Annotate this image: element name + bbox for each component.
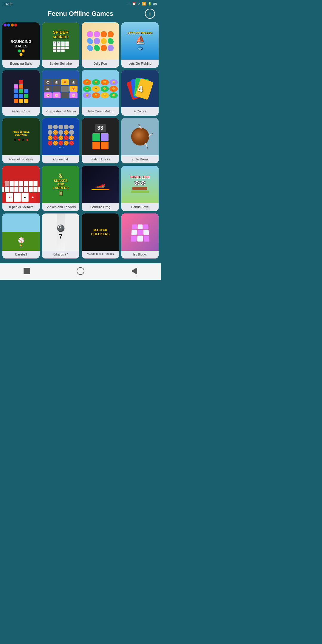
game-label-falling-cube: Falling Cube bbox=[2, 107, 40, 115]
game-thumbnail-falling-cube bbox=[2, 70, 40, 107]
game-label-jelly-pop: Jelly Pop bbox=[82, 60, 119, 68]
dot bbox=[7, 24, 10, 27]
game-label-knife-break: Knife Break bbox=[121, 155, 159, 163]
game-thumbnail-knife-break: 🔪 🔪 🔪 bbox=[121, 118, 159, 155]
game-card-puzzle-animal-mania[interactable]: 🐼 🐼 🦊 🐼 🐼 🦊 🐷 🐷 🐷 Puzzle Animal Mania bbox=[42, 70, 79, 115]
game-card-snakes-and-ladders[interactable]: 🐍 SNAKESANDLADDERS 🪜 Snakes and Ladders bbox=[42, 166, 79, 211]
game-thumbnail-bouncing-balls: BOUNCINGBALLS bbox=[2, 22, 40, 60]
game-label-baseball: Baseball bbox=[2, 251, 40, 258]
game-label-formula-drag: Formula Drag bbox=[82, 203, 119, 211]
game-card-spider-solitaire[interactable]: SPIDERsolitaire ♠ ♠ ♠ bbox=[42, 22, 79, 68]
game-thumbnail-billiards: 🎱 7 bbox=[42, 213, 79, 251]
nav-home-button[interactable] bbox=[76, 267, 85, 275]
game-label-sliding-bricks: Sliding Bricks bbox=[82, 155, 119, 163]
nav-back-icon bbox=[131, 267, 137, 275]
game-thumbnail-formula-drag: 🏎️ bbox=[82, 166, 119, 203]
game-label-master-checkers: MASTER CHECKERS bbox=[82, 251, 119, 258]
nav-square-button[interactable] bbox=[22, 267, 31, 275]
game-label-tripeaks-solitaire: Tripeaks Solitaire bbox=[2, 203, 40, 211]
game-thumbnail-snakes-and-ladders: 🐍 SNAKESANDLADDERS 🪜 bbox=[42, 166, 79, 203]
game-thumbnail-puzzle-animal-mania: 🐼 🐼 🦊 🐼 🐼 🦊 🐷 🐷 🐷 bbox=[42, 70, 79, 107]
game-label-connect-4: Connect 4 bbox=[42, 155, 79, 163]
game-card-iso-blocks[interactable]: Iso Blocks bbox=[121, 213, 159, 258]
game-card-sliding-bricks[interactable]: 33 Sliding Bricks bbox=[82, 118, 119, 163]
game-card-jelly-pop[interactable]: Jelly Pop bbox=[82, 22, 119, 68]
battery-level: 88 bbox=[153, 2, 157, 6]
game-card-connect-4[interactable]: '00:27 Connect 4 bbox=[42, 118, 79, 163]
status-bar: 16:05 ··· ⏰ ✕ 📶 🔋 88 bbox=[0, 0, 161, 7]
game-thumbnail-spider-solitaire: SPIDERsolitaire ♠ ♠ ♠ bbox=[42, 22, 79, 60]
dot bbox=[4, 24, 7, 27]
status-icons: ··· ⏰ ✕ 📶 🔋 88 bbox=[128, 2, 157, 6]
game-thumbnail-iso-blocks bbox=[121, 213, 159, 251]
game-label-4-colors: 4 Colors bbox=[121, 107, 159, 115]
game-label-jelly-crush-match: Jelly Crush Match bbox=[82, 107, 119, 115]
nav-back-button[interactable] bbox=[130, 267, 139, 275]
game-thumbnail-tripeaks-solitaire: ♥ ♠ ♣ bbox=[2, 166, 40, 203]
game-card-freecell-solitaire[interactable]: FREE 👑 CELLSOLITAIRE ♠ ♥ ♠ ♦ Freecell So… bbox=[2, 118, 40, 163]
nav-bar bbox=[0, 263, 161, 280]
game-card-baseball[interactable]: ⚾ 🏃 Baseball bbox=[2, 213, 40, 258]
dots-icon: ··· bbox=[128, 2, 131, 6]
game-label-lets-go-fishing: Lets Go Fishing bbox=[121, 60, 159, 68]
alarm-icon: ⏰ bbox=[132, 2, 136, 6]
game-card-panda-love[interactable]: PANDA LOVE 🐼🐼 Panda Love bbox=[121, 166, 159, 211]
wifi-icon: 📶 bbox=[142, 2, 146, 6]
game-card-billiards[interactable]: 🎱 7 Billiards 77 bbox=[42, 213, 79, 258]
game-label-panda-love: Panda Love bbox=[121, 203, 159, 211]
close-icon: ✕ bbox=[138, 2, 140, 6]
info-button[interactable]: i bbox=[145, 9, 155, 19]
game-label-iso-blocks: Iso Blocks bbox=[121, 251, 159, 258]
status-time: 16:05 bbox=[4, 2, 13, 6]
game-thumbnail-jelly-crush-match: 😊 😊 😊 😊 😊 😊 😊 😊 😊 😊 😊 😊 bbox=[82, 70, 119, 107]
game-label-freecell-solitaire: Freecell Solitaire bbox=[2, 155, 40, 163]
game-card-jelly-crush-match[interactable]: 😊 😊 😊 😊 😊 😊 😊 😊 😊 😊 😊 😊 Jelly Crush Matc… bbox=[82, 70, 119, 115]
game-card-tripeaks-solitaire[interactable]: ♥ ♠ ♣ Tripeaks Solitaire bbox=[2, 166, 40, 211]
dot bbox=[11, 24, 14, 27]
game-card-formula-drag[interactable]: 🏎️ Formula Drag bbox=[82, 166, 119, 211]
game-label-bouncing-balls: Bouncing Balls bbox=[2, 60, 40, 68]
game-label-billiards: Billiards 77 bbox=[42, 251, 79, 258]
game-card-4-colors[interactable]: 4 4 Colors bbox=[121, 70, 159, 115]
game-label-snakes-and-ladders: Snakes and Ladders bbox=[42, 203, 79, 211]
nav-home-icon bbox=[77, 267, 84, 275]
game-label-puzzle-animal-mania: Puzzle Animal Mania bbox=[42, 107, 79, 115]
game-card-lets-go-fishing[interactable]: LET'S GO FISHING! ⛵ 🐟 Lets Go Fishing bbox=[121, 22, 159, 68]
game-label-spider-solitaire: Spider Solitaire bbox=[42, 60, 79, 68]
game-thumbnail-4-colors: 4 bbox=[121, 70, 159, 107]
game-card-master-checkers[interactable]: MASTERCHECKERS MASTER CHECKERS bbox=[82, 213, 119, 258]
game-thumbnail-master-checkers: MASTERCHECKERS bbox=[82, 213, 119, 251]
game-card-bouncing-balls[interactable]: BOUNCINGBALLS Bouncing Balls bbox=[2, 22, 40, 68]
game-thumbnail-freecell-solitaire: FREE 👑 CELLSOLITAIRE ♠ ♥ ♠ ♦ bbox=[2, 118, 40, 155]
game-thumbnail-panda-love: PANDA LOVE 🐼🐼 bbox=[121, 166, 159, 203]
game-thumbnail-lets-go-fishing: LET'S GO FISHING! ⛵ 🐟 bbox=[121, 22, 159, 60]
game-card-falling-cube[interactable]: Falling Cube bbox=[2, 70, 40, 115]
nav-square-icon bbox=[24, 268, 30, 274]
game-thumbnail-connect-4: '00:27 bbox=[42, 118, 79, 155]
game-thumbnail-sliding-bricks: 33 bbox=[82, 118, 119, 155]
app-title: Feenu Offline Games bbox=[48, 10, 113, 18]
dot bbox=[14, 24, 17, 27]
game-thumbnail-jelly-pop bbox=[82, 22, 119, 60]
battery-icon: 🔋 bbox=[148, 2, 152, 6]
game-thumbnail-baseball: ⚾ 🏃 bbox=[2, 213, 40, 251]
header: Feenu Offline Games i bbox=[0, 7, 161, 22]
game-card-knife-break[interactable]: 🔪 🔪 🔪 Knife Break bbox=[121, 118, 159, 163]
games-grid: BOUNCINGBALLS Bouncing Balls SPIDERsolit… bbox=[0, 22, 161, 261]
